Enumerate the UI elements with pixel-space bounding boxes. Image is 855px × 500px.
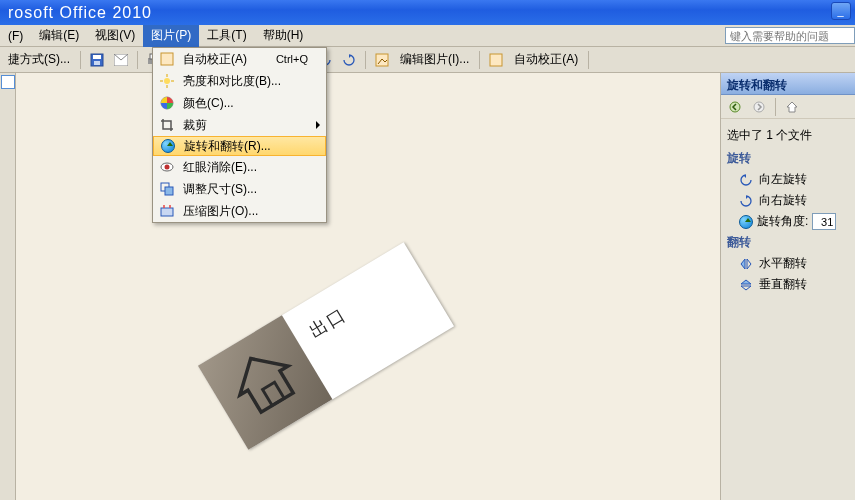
flip-vertical-button[interactable]: 垂直翻转: [739, 276, 851, 293]
flip-horizontal-button[interactable]: 水平翻转: [739, 255, 851, 272]
selection-status: 选中了 1 个文件: [727, 127, 851, 144]
rotate-angle-row: 旋转角度:: [739, 213, 851, 230]
svg-point-11: [730, 102, 740, 112]
toolbar: 捷方式(S)... % ? 编辑图片(I)... 自动校正(A): [0, 47, 855, 73]
help-search-input[interactable]: [725, 27, 855, 44]
svg-rect-9: [490, 54, 502, 66]
pane-home-icon[interactable]: [782, 97, 802, 117]
rotate-section: 旋转: [727, 150, 851, 167]
pane-forward-icon[interactable]: [749, 97, 769, 117]
flip-v-icon: [739, 278, 753, 292]
menu-resize[interactable]: 调整尺寸(S)...: [153, 178, 326, 200]
thumbnail[interactable]: [1, 75, 15, 89]
autocorrect-icon: [157, 50, 177, 68]
mail-icon[interactable]: [111, 50, 131, 70]
crop-icon: [157, 116, 177, 134]
save-icon[interactable]: [87, 50, 107, 70]
svg-rect-2: [94, 61, 100, 65]
svg-rect-23: [165, 187, 173, 195]
flip-h-icon: [739, 257, 753, 271]
color-icon: [157, 94, 177, 112]
menu-rotate-flip[interactable]: 旋转和翻转(R)...: [153, 136, 326, 156]
task-pane-toolbar: [721, 95, 855, 119]
menu-redeye[interactable]: 红眼消除(E)...: [153, 156, 326, 178]
autocorrect-toolbar-icon[interactable]: [486, 50, 506, 70]
rotate-left-button[interactable]: 向左旋转: [739, 171, 851, 188]
photo-card[interactable]: 出口: [198, 242, 454, 450]
redeye-icon: [157, 158, 177, 176]
minimize-button[interactable]: _: [831, 2, 851, 20]
rotate-right-icon[interactable]: [339, 50, 359, 70]
menu-file[interactable]: (F): [0, 26, 31, 46]
menu-color[interactable]: 颜色(C)...: [153, 92, 326, 114]
svg-point-14: [164, 78, 170, 84]
task-pane-body: 选中了 1 个文件 旋转 向左旋转 向右旋转 旋转角度: 翻转 水平翻转: [721, 119, 855, 303]
brightness-icon: [157, 72, 177, 90]
menubar: (F) 编辑(E) 视图(V) 图片(P) 工具(T) 帮助(H): [0, 25, 855, 47]
menu-crop[interactable]: 裁剪: [153, 114, 326, 136]
canvas[interactable]: 出口: [16, 73, 720, 500]
menu-auto-correct[interactable]: 自动校正(A)Ctrl+Q: [153, 48, 326, 70]
window-titlebar: rosoft Office 2010 _: [0, 0, 855, 25]
svg-rect-24: [161, 208, 173, 216]
content-area: 出口 旋转和翻转 选中了 1 个文件 旋转 向左旋转 向右旋转 旋转角度:: [0, 73, 855, 500]
compress-icon: [157, 202, 177, 220]
shortcut-button[interactable]: 捷方式(S)...: [4, 49, 74, 70]
menu-edit[interactable]: 编辑(E): [31, 24, 87, 47]
submenu-arrow-icon: [316, 121, 320, 129]
thumbnail-strip: [0, 73, 16, 500]
angle-input[interactable]: [812, 213, 836, 230]
menu-picture[interactable]: 图片(P): [143, 24, 199, 47]
app-title: rosoft Office 2010: [8, 4, 152, 22]
svg-rect-13: [161, 53, 173, 65]
edit-image-icon[interactable]: [372, 50, 392, 70]
task-pane-title: 旋转和翻转: [721, 73, 855, 95]
menu-tools[interactable]: 工具(T): [199, 24, 254, 47]
rotate-right-icon: [739, 194, 753, 208]
pane-back-icon[interactable]: [725, 97, 745, 117]
menu-brightness[interactable]: 亮度和对比度(B)...: [153, 70, 326, 92]
picture-menu-dropdown: 自动校正(A)Ctrl+Q 亮度和对比度(B)... 颜色(C)... 裁剪 旋…: [152, 47, 327, 223]
menu-view[interactable]: 视图(V): [87, 24, 143, 47]
svg-point-21: [165, 165, 170, 170]
resize-icon: [157, 180, 177, 198]
svg-rect-8: [376, 54, 388, 66]
edit-picture-button[interactable]: 编辑图片(I)...: [396, 49, 473, 70]
rotate-left-icon: [739, 173, 753, 187]
angle-label: 旋转角度:: [757, 213, 808, 230]
menu-compress[interactable]: 压缩图片(O)...: [153, 200, 326, 222]
svg-point-12: [754, 102, 764, 112]
svg-rect-1: [93, 55, 101, 59]
menu-help[interactable]: 帮助(H): [255, 24, 312, 47]
window-controls: _: [831, 2, 851, 20]
rotate-right-button[interactable]: 向右旋转: [739, 192, 851, 209]
task-pane: 旋转和翻转 选中了 1 个文件 旋转 向左旋转 向右旋转 旋转角度: 翻转: [720, 73, 855, 500]
rotate-flip-icon: [158, 137, 178, 155]
flip-section: 翻转: [727, 234, 851, 251]
autocorrect-toolbar-button[interactable]: 自动校正(A): [510, 49, 582, 70]
angle-icon: [739, 215, 753, 229]
